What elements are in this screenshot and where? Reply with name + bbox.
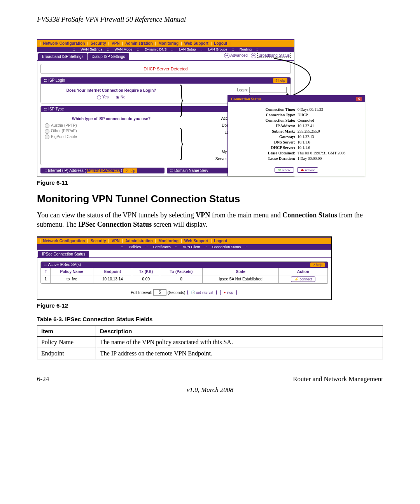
radio-yes[interactable]: ◯ Yes: [97, 95, 108, 99]
connection-status-popup: Connection Status ✕ Connection Time:0 Da…: [228, 95, 365, 176]
nav2-logout[interactable]: Logout: [214, 239, 227, 243]
table-6-3: Item Description Policy Name The name of…: [37, 326, 383, 359]
login-label: Login:: [237, 88, 248, 92]
subnet-val: 255.255.255.0: [298, 129, 359, 133]
table-row: Endpoint The IP address on the remote VP…: [37, 348, 383, 359]
help-button[interactable]: ? help: [273, 78, 287, 83]
chapter-name: Router and Network Management: [293, 375, 383, 383]
footer: 6-24 Router and Network Management: [37, 375, 383, 383]
subnav-lan[interactable]: LAN Setup: [179, 47, 196, 51]
conn-type-val: DHCP: [298, 113, 359, 117]
nav-logout[interactable]: Logout: [214, 41, 227, 46]
nav-admin[interactable]: Administration: [125, 41, 153, 46]
subnav-2: :: Policies:: Certificates:: VPN Client:…: [37, 244, 331, 250]
col-endpoint: Endpoint: [93, 268, 132, 275]
broadband-status-link[interactable]: Broadband Status: [257, 53, 291, 58]
tab-ipsec-status[interactable]: IPSec Connection Status: [38, 251, 89, 257]
table-row: 1 to_fvx 10.10.13.14 0.00 0 Ipsec SA Not…: [41, 275, 328, 283]
conn-state-val: Connected: [298, 118, 359, 122]
isp-opt-pptp[interactable]: Austria (PPTP): [45, 123, 178, 128]
active-sa-title: ::: Active IPSec SA(s): [44, 262, 81, 267]
dhcp-val: 10.1.1.6: [298, 145, 359, 150]
col-num: #: [41, 268, 51, 275]
lease-obt-val: Thu Jul 6 19:07:31 GMT 2006: [298, 151, 359, 155]
nav2-net[interactable]: Network Configuration: [43, 239, 85, 243]
nav2-sec[interactable]: Security: [91, 239, 106, 243]
version: v1.0, March 2008: [37, 386, 383, 394]
release-button[interactable]: ⏏ release: [297, 167, 318, 173]
radio-no[interactable]: ◉ No: [116, 95, 126, 99]
conn-status-title: Connection Status: [231, 97, 261, 101]
col-state: State: [203, 268, 279, 275]
nav-monitoring[interactable]: Monitoring: [158, 41, 178, 46]
cell-item: Endpoint: [37, 348, 96, 359]
subnav-ddns[interactable]: Dynamic DNS: [145, 47, 167, 51]
tab-broadband[interactable]: Broadband ISP Settings: [38, 53, 88, 60]
nav-network[interactable]: Network Configuration: [43, 41, 85, 46]
subnav-mode[interactable]: WAN Mode: [115, 47, 133, 51]
stop-button[interactable]: ● stop: [220, 290, 237, 295]
col-txpk: Tx (Packets): [160, 268, 203, 275]
cell-item: Policy Name: [37, 336, 96, 348]
main-nav: | Network Configuration| Security| VPN| …: [37, 40, 294, 47]
nav-vpn[interactable]: VPN: [112, 41, 120, 46]
isp-login-title: ::: ISP Login: [44, 78, 65, 83]
nav-security[interactable]: Security: [91, 41, 106, 46]
nav-web[interactable]: Web Support: [184, 41, 208, 46]
tab-dialup[interactable]: Dialup ISP Settings: [88, 53, 129, 60]
active-sa-panel: ::: Active IPSec SA(s) ? help # Policy N…: [40, 261, 328, 284]
poll-input[interactable]: [153, 289, 166, 296]
connect-button[interactable]: ⚡ connect: [291, 276, 315, 282]
table-6-3-title: Table 6-3. IPSec Connection Status Field…: [37, 316, 383, 322]
isp-type-question: Which type of ISP connection do you use?: [45, 117, 178, 121]
col-txkb: Tx (KB): [132, 268, 160, 275]
figure-6-12-caption: Figure 6-12: [37, 302, 383, 309]
section-heading: Monitoring VPN Tunnel Connection Status: [37, 193, 383, 205]
isp-opt-bigpond[interactable]: BigPond Cable: [45, 135, 178, 139]
cell-state: Ipsec SA Not Established: [203, 275, 279, 283]
cell-action: ⚡ connect: [279, 275, 328, 283]
cell-policy: to_fvx: [50, 275, 93, 283]
th-item: Item: [37, 326, 96, 336]
dhcp-detected-text: DHCP Server Detected: [40, 64, 291, 74]
cell-txpk: 0: [160, 275, 203, 283]
gateway-label: Gateway:: [234, 135, 298, 139]
help-button[interactable]: ? help: [123, 168, 138, 173]
main-nav-2: | Network Configuration| Security| VPN| …: [37, 238, 331, 244]
subnet-label: Subnet Mask:: [234, 129, 298, 133]
nav2-admin[interactable]: Administration: [125, 239, 153, 243]
renew-button[interactable]: ↻ renew: [275, 167, 294, 173]
lease-dur-label: Lease Duration:: [234, 156, 298, 161]
tabbar: Broadband ISP Settings Dialup ISP Settin…: [37, 52, 294, 61]
sn2-certs[interactable]: Certificates: [153, 245, 171, 249]
poll-label: Poll Interval:: [131, 290, 152, 294]
arrow-icon: ➜: [224, 53, 229, 58]
login-input[interactable]: [249, 87, 287, 93]
subnav: :: WAN Settings:: WAN Mode:: Dynamic DNS…: [37, 47, 294, 52]
sa-table: # Policy Name Endpoint Tx (KB) Tx (Packe…: [41, 268, 328, 284]
sn2-policies[interactable]: Policies: [129, 245, 141, 249]
close-icon[interactable]: ✕: [356, 97, 362, 101]
conn-type-label: Connection Type:: [234, 113, 298, 117]
isp-opt-pppoe[interactable]: Other (PPPoE): [45, 129, 178, 133]
subnav-routing[interactable]: Routing: [240, 47, 252, 51]
cell-num: 1: [41, 275, 51, 283]
lease-obt-label: Lease Obtained:: [234, 151, 298, 155]
subnav-langroups[interactable]: LAN Groups: [208, 47, 228, 51]
set-interval-button[interactable]: 🕒 set interval: [187, 290, 217, 295]
nav2-vpn[interactable]: VPN: [112, 239, 120, 243]
subnav-wan[interactable]: WAN Settings: [80, 47, 102, 51]
nav2-mon[interactable]: Monitoring: [158, 239, 178, 243]
conn-time-val: 0 Days 00:11:33: [298, 107, 359, 112]
body-text: You can view the status of the VPN tunne…: [37, 210, 383, 229]
sn2-client[interactable]: VPN Client: [183, 245, 200, 249]
advanced-link[interactable]: Advanced: [230, 53, 247, 58]
cell-desc: The IP address on the remote VPN Endpoin…: [96, 348, 383, 359]
sn2-conn[interactable]: Connection Status: [212, 245, 241, 249]
ip-address-seg: ::: Internet (IP) Address ( Current IP A…: [40, 168, 164, 173]
page-number: 6-24: [37, 375, 49, 383]
nav2-web[interactable]: Web Support: [184, 239, 208, 243]
current-ip-link[interactable]: Current IP Address: [87, 168, 120, 173]
lease-dur-val: 1 Day 00:00:00: [298, 156, 359, 161]
help-button[interactable]: ? help: [310, 262, 325, 267]
